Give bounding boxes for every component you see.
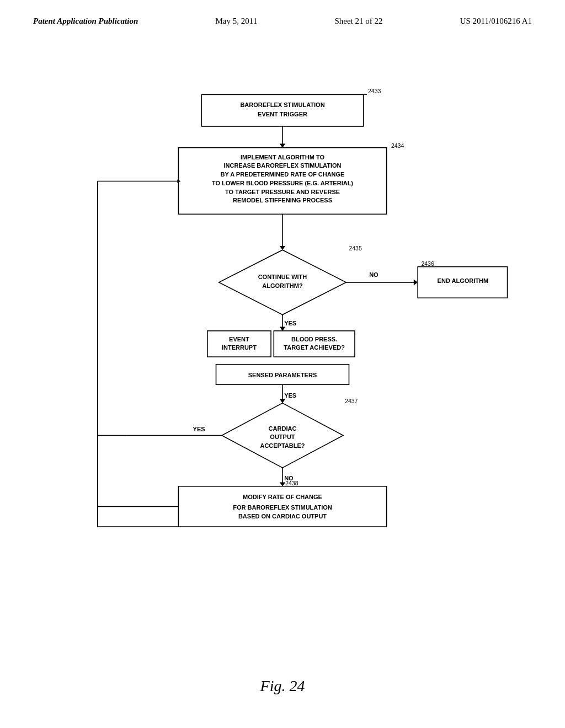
- node-2438-text2: FOR BAROREFLEX STIMULATION: [233, 504, 332, 511]
- svg-marker-7: [280, 327, 285, 331]
- node-2434-label: 2434: [391, 143, 404, 149]
- node-2438-text3: BASED ON CARDIAC OUTPUT: [238, 513, 327, 520]
- node-2434-text6: REMODEL STIFFENING PROCESS: [233, 197, 332, 204]
- node-2437-text3: ACCEPTABLE?: [260, 442, 305, 449]
- blood-press-text2: TARGET ACHIEVED?: [284, 344, 345, 351]
- node-2437-text2: OUTPUT: [270, 433, 295, 440]
- sheet-info: Sheet 21 of 22: [334, 17, 382, 26]
- node-2436-text: END ALGORITHM: [438, 277, 488, 284]
- flowchart-diagram: text { font-family: Arial, sans-serif; f…: [0, 77, 565, 684]
- svg-marker-9: [414, 280, 418, 285]
- node-2435-text2: ALGORITHM?: [262, 282, 303, 289]
- event-interrupt-text1: EVENT: [229, 336, 249, 342]
- node-2434-text5: TO TARGET PRESSURE AND REVERSE: [225, 189, 340, 195]
- event-interrupt-box: [207, 331, 271, 357]
- event-interrupt-text2: INTERRUPT: [222, 344, 257, 351]
- yes-label-2: YES: [284, 392, 296, 399]
- node-2433: [201, 94, 363, 126]
- node-2433-text1: BAROREFLEX STIMULATION: [240, 101, 324, 108]
- svg-marker-3: [280, 143, 285, 147]
- page-header: Patent Application Publication May 5, 20…: [0, 0, 565, 26]
- figure-caption: Fig. 24: [260, 677, 305, 695]
- svg-marker-14: [280, 482, 285, 486]
- node-2434-text1: IMPLEMENT ALGORITHM TO: [241, 154, 325, 160]
- no-label-1: NO: [369, 271, 379, 278]
- node-2438-text1: MODIFY RATE OF CHANGE: [243, 494, 322, 500]
- blood-press-box: [274, 331, 355, 357]
- svg-marker-5: [280, 246, 285, 250]
- node-2435-label: 2435: [349, 245, 361, 251]
- patent-number: US 2011/0106216 A1: [460, 17, 532, 26]
- node-2434-text4: TO LOWER BLOOD PRESSURE (E.G. ARTERIAL): [212, 180, 353, 186]
- blood-press-text1: BLOOD PRESS.: [291, 336, 337, 342]
- publication-date: May 5, 2011: [216, 17, 258, 26]
- svg-marker-11: [280, 399, 285, 403]
- yes-label-1: YES: [284, 320, 296, 326]
- publication-title: Patent Application Publication: [33, 17, 138, 26]
- sensed-params-text: SENSED PARAMETERS: [248, 372, 317, 378]
- node-2434-text3: BY A PREDETERMINED RATE OF CHANGE: [221, 171, 345, 178]
- node-2438-label: 2438: [285, 480, 298, 486]
- node-2433-text2: EVENT TRIGGER: [258, 111, 307, 117]
- node-2437-text1: CARDIAC: [269, 425, 297, 432]
- node-2434-text2: INCREASE BAROREFLEX STIMULATION: [223, 162, 341, 169]
- node-2437-label: 2437: [345, 398, 358, 404]
- node-2435-text1: CONTINUE WITH: [258, 274, 307, 280]
- yes-label-3: YES: [193, 426, 205, 432]
- node-2433-label: 2433: [368, 88, 381, 94]
- node-2436-label: 2436: [421, 261, 434, 267]
